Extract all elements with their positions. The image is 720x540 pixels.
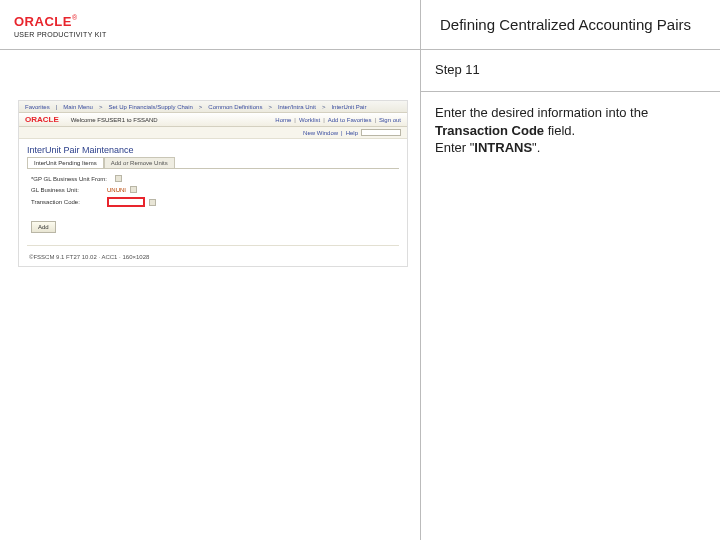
app-oracle-logo: ORACLE (25, 115, 59, 124)
val-gl-unit-to: UNUNI (107, 187, 126, 193)
lbl-gl-unit-from: *GP GL Business Unit From: (31, 176, 107, 182)
embedded-screenshot: Favorites | Main Menu > Set Up Financial… (18, 100, 408, 267)
crumb-2[interactable]: Common Definitions (208, 104, 262, 110)
oracle-wordmark: ORACLE (14, 14, 72, 29)
instr-line2-bold: INTRANS (474, 140, 532, 155)
instruction-text: Enter the desired information into the T… (421, 92, 720, 169)
nav-main-menu[interactable]: Main Menu (63, 104, 93, 110)
instr-line1-bold: Transaction Code (435, 123, 544, 138)
transaction-code-input-highlight[interactable] (107, 197, 145, 207)
search-input[interactable] (361, 129, 401, 136)
instr-line1-post: field. (544, 123, 575, 138)
lookup-icon[interactable] (130, 186, 137, 193)
add-button[interactable]: Add (31, 221, 56, 233)
instr-line2-post: ". (532, 140, 540, 155)
oracle-subbrand: USER PRODUCTIVITY KIT (14, 31, 107, 38)
oracle-tm: ® (72, 13, 77, 20)
link-help[interactable]: Help (346, 130, 358, 136)
link-add-favorites[interactable]: Add to Favorites (328, 117, 372, 123)
link-home[interactable]: Home (275, 117, 291, 123)
lbl-gl-unit-to: GL Business Unit: (31, 187, 103, 193)
lbl-transaction-code: Transaction Code: (31, 199, 103, 205)
tab-interunit-pending[interactable]: InterUnit Pending Items (27, 157, 104, 168)
app-footer-text: ©FSSCM 9.1 FT27 10.02 · ACC1 · 160×1028 (19, 250, 407, 266)
lookup-icon[interactable] (149, 199, 156, 206)
crumb-3[interactable]: Inter/Intra Unit (278, 104, 316, 110)
instr-line1-pre: Enter the desired information into the (435, 105, 648, 120)
crumb-1[interactable]: Set Up Financials/Supply Chain (108, 104, 192, 110)
nav-favorites[interactable]: Favorites (25, 104, 50, 110)
welcome-text: Welcome FSUSER1 to FSSAND (71, 117, 158, 123)
brand-logo: ORACLE® USER PRODUCTIVITY KIT (0, 6, 121, 44)
tab-add-remove-units[interactable]: Add or Remove Units (104, 157, 175, 168)
link-worklist[interactable]: Worklist (299, 117, 320, 123)
crumb-4[interactable]: InterUnit Pair (331, 104, 366, 110)
link-new-window[interactable]: New Window (303, 130, 338, 136)
lesson-title: Defining Centralized Accounting Pairs (421, 16, 720, 33)
page-title: InterUnit Pair Maintenance (19, 139, 407, 157)
step-label: Step 11 (435, 62, 480, 77)
link-signout[interactable]: Sign out (379, 117, 401, 123)
app-breadcrumb-bar: Favorites | Main Menu > Set Up Financial… (19, 101, 407, 113)
instr-line2-pre: Enter " (435, 140, 474, 155)
lookup-icon[interactable] (115, 175, 122, 182)
